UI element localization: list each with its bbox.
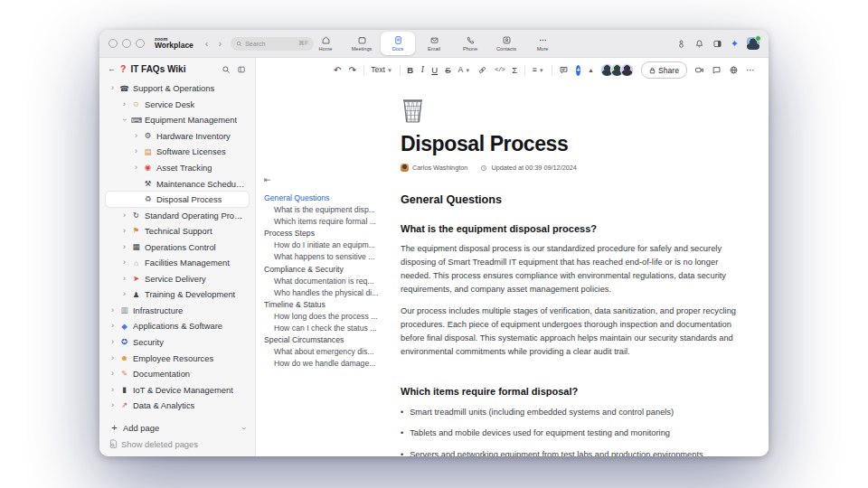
sidebar-item-operations-control[interactable]: ▦Operations Control <box>106 239 249 255</box>
sidebar-item-disposal-process[interactable]: ♻Disposal Process <box>106 192 249 208</box>
chevron-right-icon[interactable] <box>109 306 116 314</box>
add-page-button[interactable]: +Add page› <box>106 420 249 436</box>
profile-icon[interactable] <box>676 39 686 49</box>
sidebar-search-icon[interactable] <box>222 65 231 74</box>
tab-meetings[interactable]: Meetings <box>344 32 379 55</box>
side-panel-icon[interactable] <box>712 39 722 49</box>
toc-item[interactable]: How do I initiate an equipm... <box>264 239 385 251</box>
sidebar-back-icon[interactable]: ← <box>108 65 116 73</box>
underline-button[interactable]: U <box>431 66 438 75</box>
toc-item[interactable]: How do we handle damage... <box>264 358 385 370</box>
share-button[interactable]: Share <box>641 61 687 79</box>
chevron-right-icon[interactable] <box>109 401 116 409</box>
toc-section[interactable]: General Questions <box>264 192 385 204</box>
maximize-window-button[interactable] <box>136 39 145 48</box>
tab-docs[interactable]: Docs <box>381 32 415 55</box>
sidebar-item-service-delivery[interactable]: ➤Service Delivery <box>106 271 249 287</box>
sidebar-item-security[interactable]: ✪Security <box>106 334 249 351</box>
back-arrow-icon[interactable]: ‹ <box>205 39 209 49</box>
toolbar-more-button[interactable]: ⋯ <box>746 66 756 75</box>
insert-link-button[interactable] <box>477 65 487 75</box>
show-deleted-pages-button[interactable]: Show deleted pages <box>106 436 249 452</box>
text-color-dropdown[interactable]: A▼ <box>458 66 471 74</box>
ai-companion-button[interactable]: + <box>576 65 580 76</box>
bold-button[interactable]: B <box>407 66 413 75</box>
collapse-outline-icon[interactable] <box>264 176 385 184</box>
toc-item[interactable]: What documentation is req... <box>264 276 385 287</box>
sidebar-item-employee-resources[interactable]: ☻Employee Resources <box>106 350 249 366</box>
sidebar-item-maintenance-schedules[interactable]: ⚒Maintenance Schedules <box>106 175 249 192</box>
tab-contacts[interactable]: Contacts <box>489 32 524 55</box>
chevron-right-icon[interactable] <box>133 147 139 155</box>
language-button[interactable] <box>729 65 739 75</box>
sidebar-item-asset-tracking[interactable]: ◉Asset Tracking <box>106 160 249 176</box>
chevron-right-icon[interactable] <box>109 338 116 346</box>
text-style-dropdown[interactable]: Text▼ <box>371 66 392 74</box>
tab-more[interactable]: More <box>525 32 560 55</box>
toc-item[interactable]: What is the equipment disp... <box>264 204 385 216</box>
video-button[interactable] <box>694 65 704 75</box>
chevron-right-icon[interactable] <box>109 386 116 394</box>
toc-item[interactable]: Which items require formal ... <box>264 216 385 228</box>
toc-item[interactable]: What happens to sensitive ... <box>264 251 385 263</box>
sidebar-item-hardware-inventory[interactable]: ⚙Hardware Inventory <box>106 128 249 145</box>
user-avatar[interactable] <box>747 37 760 50</box>
chevron-right-icon[interactable] <box>121 243 127 251</box>
comment-button[interactable] <box>559 65 569 75</box>
collapse-toolbar-icon[interactable]: ▲ <box>588 67 594 73</box>
close-window-button[interactable] <box>108 39 118 48</box>
tab-phone[interactable]: Phone <box>453 32 487 55</box>
toc-section[interactable]: Special Circumstances <box>264 334 385 346</box>
chevron-right-icon[interactable] <box>121 290 127 298</box>
sidebar-item-data-analytics[interactable]: ↗Data & Analytics <box>106 398 249 414</box>
sidebar-item-training-development[interactable]: ♟Training & Development <box>106 286 249 303</box>
chevron-right-icon[interactable] <box>121 100 127 108</box>
forward-arrow-icon[interactable]: › <box>219 39 222 49</box>
italic-button[interactable]: I <box>420 66 424 75</box>
chevron-right-icon[interactable] <box>109 84 116 92</box>
minimize-window-button[interactable] <box>122 39 131 48</box>
collapse-sidebar-icon[interactable] <box>237 65 246 74</box>
sidebar-item-technical-support[interactable]: ⚑Technical Support <box>106 223 249 239</box>
collaborator-avatars[interactable] <box>601 63 634 77</box>
notifications-bell-icon[interactable] <box>694 39 704 49</box>
chevron-right-icon[interactable] <box>121 258 127 267</box>
chevron-right-icon[interactable] <box>109 354 116 362</box>
toc-section[interactable]: Process Steps <box>264 228 385 239</box>
formula-button[interactable]: Σ <box>512 66 517 75</box>
sidebar-item-infrastructure[interactable]: ▥Infrastructure <box>106 303 249 319</box>
sidebar-item-support-operations[interactable]: ☎Support & Operations <box>106 80 249 97</box>
sidebar-item-service-desk[interactable]: ☺Service Desk <box>106 97 249 113</box>
chevron-right-icon[interactable] <box>121 227 127 235</box>
toc-item[interactable]: What about emergency dis... <box>264 346 385 358</box>
chevron-right-icon[interactable] <box>121 275 127 283</box>
code-button[interactable]: </> <box>495 67 505 73</box>
document-editor[interactable]: Disposal Process Carlos Washington Updat… <box>389 82 769 456</box>
toc-item[interactable]: Who handles the physical di... <box>264 287 385 299</box>
toc-section[interactable]: Timeline & Status <box>264 299 385 311</box>
sidebar-item-iot-device-management[interactable]: ▮IoT & Device Management <box>106 381 249 398</box>
chat-button[interactable] <box>712 65 722 75</box>
sidebar-item-applications-software[interactable]: ◆Applications & Software <box>106 318 249 334</box>
undo-button[interactable]: ↶ <box>334 66 341 75</box>
tab-email[interactable]: Email <box>417 32 451 55</box>
sidebar-item-documentation[interactable]: ✎Documentation <box>106 366 249 382</box>
sidebar-item-software-licenses[interactable]: ▤Software Licenses <box>106 144 249 160</box>
chevron-down-icon[interactable] <box>120 117 128 123</box>
chevron-right-icon[interactable] <box>133 132 139 140</box>
chevron-right-icon[interactable] <box>109 370 116 378</box>
redo-button[interactable]: ↷ <box>348 66 355 75</box>
toc-item[interactable]: How long does the process ... <box>264 311 385 323</box>
chevron-right-icon[interactable] <box>121 211 127 220</box>
toc-section[interactable]: Compliance & Security <box>264 264 385 276</box>
chevron-right-icon[interactable] <box>133 164 139 172</box>
chevron-right-icon[interactable] <box>109 322 116 330</box>
sidebar-item-standard-operating-procedures[interactable]: ↻Standard Operating Procedures <box>106 207 249 223</box>
list-format-dropdown[interactable]: ≡▼ <box>533 66 544 74</box>
ai-companion-icon[interactable]: ✦ <box>731 39 739 49</box>
tab-home[interactable]: Home <box>308 32 343 55</box>
global-search-input[interactable]: Search ⌘F <box>231 37 314 51</box>
strikethrough-button[interactable]: S <box>445 66 450 75</box>
collapse-list-chevron-icon[interactable]: › <box>240 427 249 429</box>
sidebar-item-equipment-management[interactable]: ⌨Equipment Management <box>106 112 249 128</box>
